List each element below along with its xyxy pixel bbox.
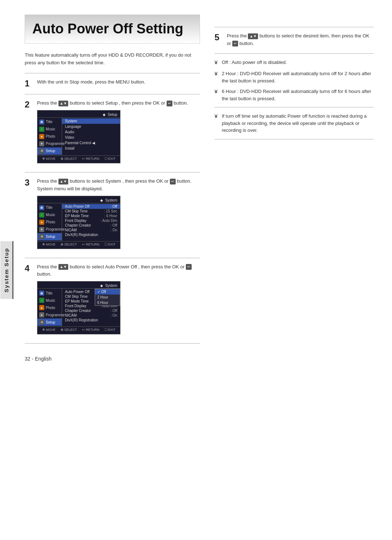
sys-label-nicam: NICAM [65,228,110,232]
sys-footer-select: ✿ SELECT [61,243,77,246]
sys-footer-move: ❖ MOVE [42,243,56,246]
enter-icon-3: ↵ [170,179,176,184]
setup-icon: ⚙ [39,149,44,154]
sys2-row-nicam: NICAM : On [62,313,120,318]
enter-icon-5: ↵ [232,41,238,46]
sys2-sidebar-label-photo: Photo [46,306,55,310]
right-divider-bottom [215,139,374,139]
system-menu-body-2: ▦ Title ♪ Music ▲ Photo [37,289,120,326]
bullet-1: ¥ Off : Auto power off is disabled. [215,59,374,67]
divider-3 [25,172,200,172]
sys2-footer-exit: ☐ EXIT [105,328,116,332]
sidebar-item-photo: ▲ Photo [37,133,62,140]
sys-music-icon: ♪ [39,212,44,218]
sys-value-front-display: : Auto Dim [101,219,117,223]
sys-label-front-display: Front Display [65,219,101,223]
system-menu-2: ◆ System ▦ Title ♪ Music [37,281,121,334]
bullet-text-4: If turn off time set by automatic Power … [222,113,374,134]
bullet-4: ¥ If turn off time set by automatic Powe… [215,113,374,134]
step-3-text: Press the ▲▼ buttons to select System , … [37,178,200,193]
bullet-mark-1: ¥ [215,58,220,67]
sys2-label-chapter: Chapter Creator [65,309,110,313]
menu-item-install: Install [62,146,120,151]
sys-label-cm-skip: CM Skip Time [65,209,104,213]
system-menu-header-1: ◆ System [37,198,120,203]
page-title: Auto Power Off Setting [25,15,200,44]
step-4-content: Press the ▲▼ buttons to select Auto Powe… [37,263,200,338]
sys-sidebar-photo: ▲ Photo [37,219,62,226]
sys-sidebar-title: ▦ Title [37,204,62,211]
sys-sidebar-label-photo: Photo [46,220,55,224]
sys-title-icon: ▦ [39,205,44,210]
step-1-text: With the unit in Stop mode, press the ME… [37,78,200,86]
sys-value-nicam: : On [110,228,117,232]
footer-select: ✿ SELECT [61,157,77,161]
menu-footer-1: ❖ MOVE ✿ SELECT ↩ RETURN ☐ EXIT [37,155,120,162]
right-divider-3 [215,107,374,107]
sys2-programme-icon: ● [39,312,44,317]
arrow-icon-5: ▲▼ [248,33,258,39]
sidebar-label-title: Title [46,120,53,124]
sys-row-ep-mode: EP Mode Time : 6 Hour [62,214,120,218]
step-5-text: Press the ▲▼ buttons to select the desir… [227,32,374,48]
menu-item-parental: Parental Control ◀ [62,140,120,146]
system-menu-header-2: ◆ System [37,283,120,289]
enter-icon-4: ↵ [186,264,192,270]
system-items-wrapper-2: Auto Power Off CM Skip Time [62,289,120,326]
step-2: 2 Press the ▲▼ buttons to select Setup ,… [25,100,200,167]
menu-header-1: ◆ Setup [37,112,120,118]
sys2-sidebar-setup: ⚙ Setup [37,318,62,326]
left-column: Auto Power Off Setting This feature auto… [25,15,200,362]
arrow-icon-3: ▲▼ [58,179,69,184]
sys2-label-nicam: NICAM [65,313,110,317]
system-menu-1: ◆ System ▦ Title ♪ Music [37,196,121,249]
music-icon: ♪ [39,127,44,132]
bullet-text-2: 2 Hour : DVD-HDD Receiver will automatic… [222,70,374,84]
popup-item-6hour: 6 Hour [95,300,120,305]
system-menu-body-1: ▦ Title ♪ Music ▲ Photo [37,203,120,241]
menu-item-audio: Audio [62,129,120,135]
sys-label-divx: DivX(R) Registration [65,233,117,237]
popup-overlay: ✓ Off 2 Hour 6 Hour [95,289,120,306]
bullet-mark-2: ¥ [215,70,220,78]
sys-row-front-display: Front Display : Auto Dim [62,218,120,223]
page-number: 32 - English [25,356,52,362]
footer-exit: ☐ EXIT [105,157,116,161]
sys2-sidebar-title: ▦ Title [37,289,62,297]
sys2-sidebar-music: ♪ Music [37,297,62,304]
intro-text: This feature automatically turns off you… [25,52,200,67]
menu-body-1: ▦ Title ♪ Music ▲ Photo [37,118,120,155]
sys-sidebar-label-setup: Setup [46,235,55,239]
sys2-row-chapter: Chapter Creator : Off [62,308,120,313]
step-1: 1 With the unit in Stop mode, press the … [25,78,200,89]
system-footer-1: ❖ MOVE ✿ SELECT ↩ RETURN ☐ EXIT [37,241,120,247]
sidebar-label-photo: Photo [46,134,55,138]
enter-icon-2: ↵ [167,101,172,106]
popup-item-2hour: 2 Hour [95,295,120,300]
sys2-row-divx: DivX(R) Registration [62,318,120,322]
sys-row-auto-power: Auto Power Off : Off [62,204,120,209]
divider-4 [25,258,200,258]
sys2-setup-icon: ⚙ [39,320,44,325]
divider-1 [25,73,200,73]
step-4-text: Press the ▲▼ buttons to select Auto Powe… [37,263,200,279]
sys-sidebar-programme: ● Programme [37,226,62,233]
sidebar-item-setup: ⚙ Setup [37,147,62,155]
sys2-footer-select: ✿ SELECT [61,328,77,332]
arrow-icon-2: ▲▼ [58,101,69,106]
sys2-value-nicam: : On [110,313,117,317]
step-4-number: 4 [25,263,35,274]
system-sidebar-1: ▦ Title ♪ Music ▲ Photo [37,203,62,241]
menu-sidebar-1: ▦ Title ♪ Music ▲ Photo [37,118,62,155]
bullet-2: ¥ 2 Hour : DVD-HDD Receiver will automat… [215,70,374,84]
popup-item-off: ✓ Off [95,289,120,295]
divider-footer [25,343,200,344]
step-2-content: Press the ▲▼ buttons to select Setup , t… [37,100,200,167]
footer-move: ❖ MOVE [42,157,56,161]
sidebar-item-title: ▦ Title [37,118,62,126]
side-tab-label: System Setup [0,241,13,299]
side-tab: System Setup [0,0,14,540]
title-icon: ▦ [39,119,44,125]
right-divider-top [215,27,374,27]
arrow-icon-4: ▲▼ [58,264,69,270]
